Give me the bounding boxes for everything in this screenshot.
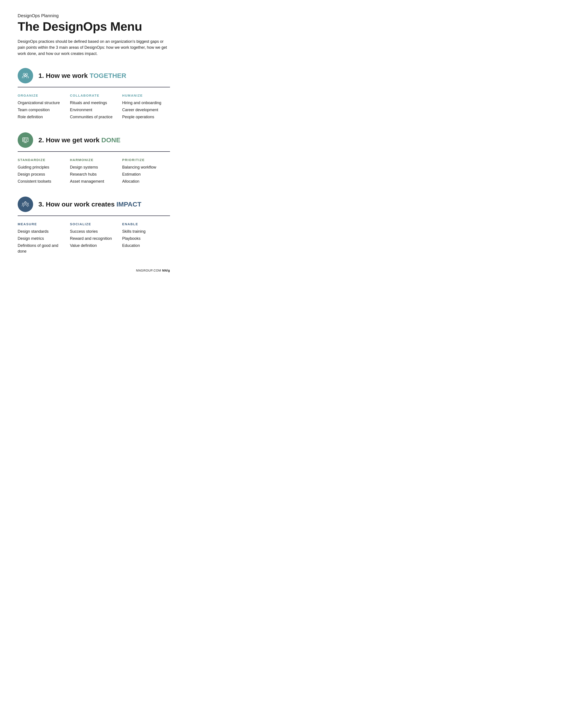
prioritize-column: PRIORITIZE Balancing workflow Estimation… [122,158,170,186]
socialize-header: SOCIALIZE [70,222,118,226]
harmonize-column: HARMONIZE Design systems Research hubs A… [70,158,118,186]
standardize-item-1: Guiding principles [18,164,66,170]
standardize-item-3: Consistent toolsets [18,178,66,184]
measure-item-2: Design metrics [18,236,66,241]
measure-item-3: Definitions of good and done [18,243,66,254]
organize-header: ORGANIZE [18,94,66,97]
humanize-item-2: Career development [122,107,170,113]
socialize-item-3: Value definition [70,243,118,248]
harmonize-item-2: Research hubs [70,171,118,177]
collaborate-item-2: Environment [70,107,118,113]
organize-column: ORGANIZE Organizational structure Team c… [18,94,66,121]
standardize-header: STANDARDIZE [18,158,66,162]
humanize-item-3: People operations [122,114,170,120]
together-icon [18,68,33,83]
prioritize-header: PRIORITIZE [122,158,170,162]
collaborate-item-1: Rituals and meetings [70,100,118,106]
socialize-column: SOCIALIZE Success stories Reward and rec… [70,222,118,255]
main-title: The DesignOps Menu [18,20,170,33]
humanize-header: HUMANIZE [122,94,170,97]
measure-header: MEASURE [18,222,66,226]
harmonize-header: HARMONIZE [70,158,118,162]
harmonize-item-1: Design systems [70,164,118,170]
svg-point-1 [26,73,28,75]
humanize-item-1: Hiring and onboarding [122,100,170,106]
socialize-item-1: Success stories [70,229,118,234]
section-together: 1. How we work TOGETHER ORGANIZE Organiz… [18,68,170,121]
prioritize-item-2: Estimation [122,171,170,177]
impact-divider [18,216,170,216]
svg-point-7 [26,140,27,141]
harmonize-item-3: Asset management [70,178,118,184]
done-divider [18,151,170,152]
enable-header: ENABLE [122,222,170,226]
impact-columns: MEASURE Design standards Design metrics … [18,222,170,255]
footer: NNGROUP.COM NN/g [18,266,170,272]
svg-point-0 [23,73,25,75]
organize-item-2: Team composition [18,107,66,113]
prioritize-item-3: Allocation [122,178,170,184]
together-columns: ORGANIZE Organizational structure Team c… [18,94,170,121]
section-together-header: 1. How we work TOGETHER [18,68,170,83]
section-impact-header: 3. How our work creates IMPACT [18,197,170,212]
svg-point-12 [27,203,28,204]
socialize-item-2: Reward and recognition [70,236,118,241]
impact-icon [18,197,33,212]
standardize-column: STANDARDIZE Guiding principles Design pr… [18,158,66,186]
section-impact: 3. How our work creates IMPACT MEASURE D… [18,197,170,255]
collaborate-column: COLLABORATE Rituals and meetings Environ… [70,94,118,121]
standardize-item-2: Design process [18,171,66,177]
collaborate-item-3: Communities of practice [70,114,118,120]
section-done-header: 2. How we get work DONE [18,132,170,148]
impact-title: 3. How our work creates IMPACT [38,201,141,208]
done-title: 2. How we get work DONE [38,136,120,144]
together-divider [18,87,170,87]
svg-point-11 [22,203,24,204]
enable-column: ENABLE Skills training Playbooks Educati… [122,222,170,255]
enable-item-3: Education [122,243,170,248]
enable-item-1: Skills training [122,229,170,234]
organize-item-3: Role definition [18,114,66,120]
humanize-column: HUMANIZE Hiring and onboarding Career de… [122,94,170,121]
together-title: 1. How we work TOGETHER [38,72,126,79]
done-icon [18,132,33,148]
measure-item-1: Design standards [18,229,66,234]
measure-column: MEASURE Design standards Design metrics … [18,222,66,255]
svg-point-6 [23,140,24,141]
collaborate-header: COLLABORATE [70,94,118,97]
description: DesignOps practices should be defined ba… [18,39,168,57]
prioritize-item-1: Balancing workflow [122,164,170,170]
enable-item-2: Playbooks [122,236,170,241]
section-done: 2. How we get work DONE STANDARDIZE Guid… [18,132,170,186]
done-columns: STANDARDIZE Guiding principles Design pr… [18,158,170,186]
footer-text: NNGROUP.COM NN/g [136,269,170,272]
subtitle: DesignOps Planning [18,13,170,18]
organize-item-1: Organizational structure [18,100,66,106]
